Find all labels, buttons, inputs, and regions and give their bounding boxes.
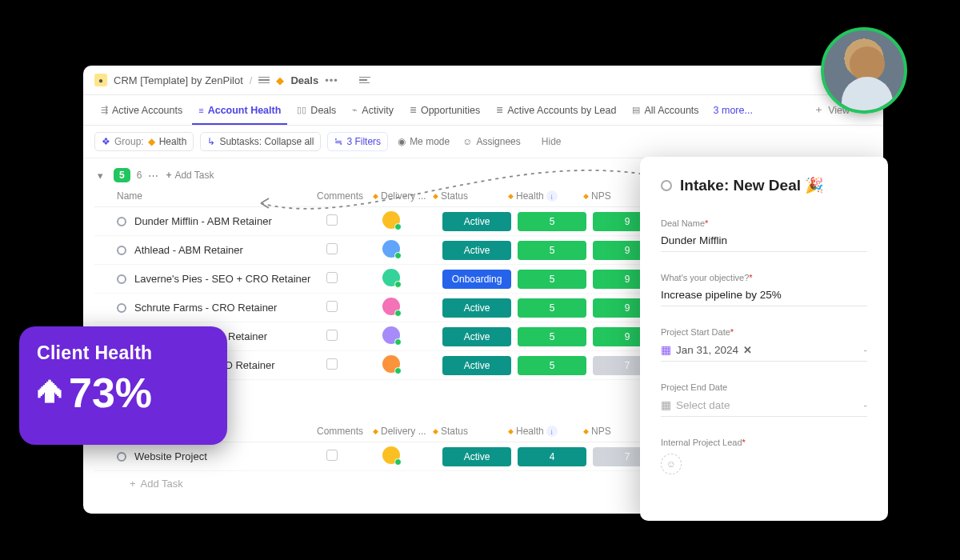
col-delivery[interactable]: ◆Delivery ...	[373, 426, 433, 437]
comments-cell[interactable]	[326, 214, 382, 228]
comments-cell[interactable]	[326, 450, 382, 463]
col-delivery[interactable]: ◆Delivery ...	[373, 190, 433, 202]
assignee-avatar[interactable]	[382, 326, 400, 344]
status-circle-icon[interactable]	[117, 303, 126, 313]
tab-opportunities[interactable]: ≣Opportunities	[403, 97, 486, 124]
task-name[interactable]: Website Project	[134, 450, 326, 462]
list-icon	[258, 75, 270, 86]
comments-cell[interactable]	[326, 243, 382, 257]
views-overflow[interactable]: 3 more...	[709, 97, 758, 124]
assign-lead-button[interactable]: ☺	[661, 454, 682, 474]
clear-date-icon[interactable]: ✕	[743, 344, 752, 356]
me-mode[interactable]: ◉Me mode	[394, 136, 453, 147]
status-cell[interactable]: Active	[442, 212, 518, 231]
comments-cell[interactable]	[326, 330, 382, 343]
assignee-avatar[interactable]	[382, 269, 400, 286]
health-cell[interactable]: 5	[518, 327, 593, 346]
assignee-avatar[interactable]	[382, 211, 400, 229]
delivery-cell[interactable]	[382, 240, 442, 260]
comments-cell[interactable]	[326, 358, 382, 372]
status-cell[interactable]: Active	[442, 447, 518, 466]
delivery-cell[interactable]	[382, 298, 442, 318]
col-name[interactable]: Name	[117, 190, 317, 202]
task-name[interactable]: Laverne's Pies - SEO + CRO Retainer	[134, 273, 326, 285]
tab-active-by-lead[interactable]: ≣Active Accounts by Lead	[490, 97, 622, 124]
page-name[interactable]: Deals	[290, 74, 318, 86]
filters-chip[interactable]: ≒3 Filters	[327, 132, 388, 151]
page-icon: ◆	[276, 74, 284, 86]
sort-down-icon[interactable]: ↓	[546, 190, 558, 202]
task-name[interactable]: Athlead - ABM Retainer	[134, 244, 326, 256]
comment-icon	[326, 243, 338, 254]
comment-icon	[326, 301, 338, 312]
health-cell[interactable]: 5	[518, 212, 593, 231]
workspace-name[interactable]: CRM [Template] by ZenPilot	[114, 74, 243, 86]
col-status[interactable]: ◆Status	[433, 426, 508, 437]
task-name[interactable]: Dunder Mifflin - ABM Retainer	[134, 215, 326, 227]
page-more-icon[interactable]: •••	[325, 74, 338, 86]
status-circle-icon[interactable]	[117, 246, 126, 255]
delivery-cell[interactable]	[382, 355, 442, 375]
task-name[interactable]: Schrute Farms - CRO Retainer	[134, 302, 326, 314]
status-circle-icon[interactable]	[117, 452, 126, 462]
diamond-icon: ◆	[583, 192, 589, 200]
person-icon: ◉	[398, 136, 406, 147]
add-task-button[interactable]: +Add Task	[166, 170, 214, 181]
col-health[interactable]: ◆Health↓	[508, 426, 583, 437]
col-health[interactable]: ◆Health↓	[508, 190, 583, 202]
options-icon[interactable]	[359, 75, 370, 86]
workspace-icon: ●	[94, 74, 107, 86]
assignee-avatar[interactable]	[382, 446, 400, 464]
plus-icon: ＋	[814, 103, 824, 117]
health-cell[interactable]: 5	[518, 270, 593, 289]
tab-account-health[interactable]: ≡Account Health	[192, 97, 287, 124]
status-cell[interactable]: Active	[442, 241, 518, 260]
status-cell[interactable]: Active	[442, 356, 518, 375]
col-comments[interactable]: Comments	[317, 190, 373, 202]
calendar-icon: ▦	[661, 398, 671, 411]
delivery-cell[interactable]	[382, 446, 442, 466]
status-circle-icon[interactable]	[117, 274, 126, 284]
delivery-cell[interactable]	[382, 269, 442, 289]
health-cell[interactable]: 4	[518, 447, 593, 466]
tab-all-accounts[interactable]: ▤All Accounts	[626, 97, 705, 124]
health-cell[interactable]: 5	[518, 298, 593, 318]
assignee-avatar[interactable]	[382, 298, 400, 315]
end-date-input[interactable]: ▦ Select date -	[661, 398, 867, 417]
objective-input[interactable]: Increase pipeline by 25%	[661, 289, 867, 306]
comments-cell[interactable]	[326, 301, 382, 314]
sort-down-icon[interactable]: ↓	[546, 426, 558, 437]
assignee-avatar[interactable]	[382, 240, 400, 258]
start-date-input[interactable]: ▦ Jan 31, 2024 ✕ -	[661, 343, 867, 362]
status-circle-icon[interactable]	[117, 217, 126, 226]
form-title: Intake: New Deal 🎉	[661, 176, 867, 194]
assignees-filter[interactable]: ☺Assignees	[459, 136, 524, 147]
delivery-cell[interactable]	[382, 326, 442, 346]
col-comments[interactable]: Comments	[317, 426, 373, 437]
status-cell[interactable]: Onboarding	[442, 270, 518, 289]
comments-cell[interactable]	[326, 272, 382, 286]
delivery-cell[interactable]	[382, 211, 442, 231]
list-icon: ≣	[410, 105, 417, 115]
comment-icon	[326, 272, 338, 283]
status-cell[interactable]: Active	[442, 298, 518, 318]
group-chip[interactable]: ❖Group:◆Health	[94, 132, 194, 151]
diamond-icon: ◆	[433, 427, 438, 435]
collapse-icon[interactable]: ▾	[98, 170, 107, 182]
assignee-avatar[interactable]	[382, 355, 400, 373]
health-cell[interactable]: 5	[518, 241, 593, 260]
tab-active-accounts[interactable]: ⇶Active Accounts	[94, 97, 189, 124]
col-status[interactable]: ◆Status	[433, 190, 508, 202]
hide-button[interactable]: Hide	[542, 136, 562, 147]
comment-icon	[326, 358, 338, 370]
tab-deals[interactable]: ▯▯Deals	[290, 97, 342, 124]
tab-activity[interactable]: ⌁Activity	[346, 97, 400, 124]
deal-name-input[interactable]: Dunder Mifflin	[661, 234, 867, 252]
group-more-icon[interactable]: ⋯	[148, 170, 159, 182]
user-avatar-badge[interactable]	[821, 27, 907, 114]
intake-form-panel: Intake: New Deal 🎉 Deal Name* Dunder Mif…	[640, 157, 888, 521]
diamond-icon: ◆	[373, 427, 378, 435]
subtasks-chip[interactable]: ↳Subtasks: Collapse all	[200, 132, 321, 151]
status-cell[interactable]: Active	[442, 327, 518, 346]
health-cell[interactable]: 5	[518, 356, 593, 375]
